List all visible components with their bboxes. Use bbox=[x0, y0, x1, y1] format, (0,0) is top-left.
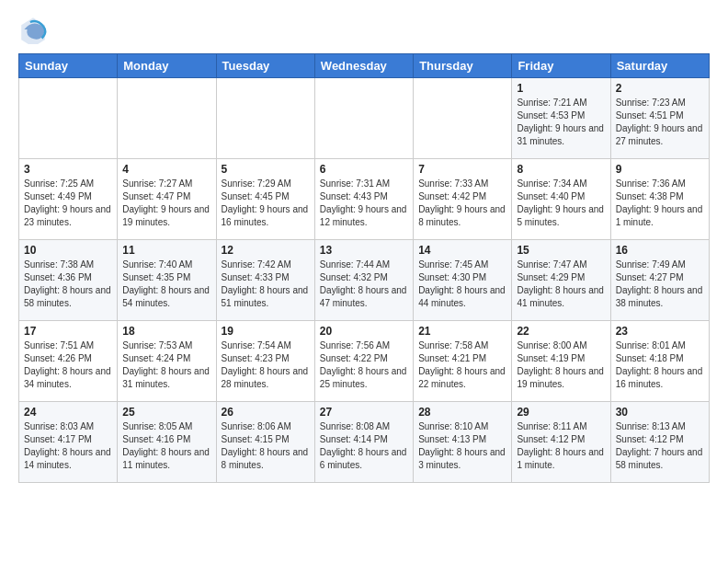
calendar-cell: 10Sunrise: 7:38 AM Sunset: 4:36 PM Dayli… bbox=[19, 240, 118, 321]
cell-info: Sunrise: 7:45 AM Sunset: 4:30 PM Dayligh… bbox=[418, 259, 506, 310]
day-number: 25 bbox=[122, 406, 210, 419]
calendar-cell: 18Sunrise: 7:53 AM Sunset: 4:24 PM Dayli… bbox=[118, 321, 216, 402]
calendar-cell: 7Sunrise: 7:33 AM Sunset: 4:42 PM Daylig… bbox=[414, 159, 512, 240]
calendar-cell: 13Sunrise: 7:44 AM Sunset: 4:32 PM Dayli… bbox=[314, 240, 413, 321]
calendar-cell: 25Sunrise: 8:05 AM Sunset: 4:16 PM Dayli… bbox=[118, 402, 216, 483]
calendar-cell bbox=[118, 78, 216, 159]
calendar-cell: 27Sunrise: 8:08 AM Sunset: 4:14 PM Dayli… bbox=[314, 402, 413, 483]
day-number: 10 bbox=[24, 244, 112, 257]
calendar-cell: 5Sunrise: 7:29 AM Sunset: 4:45 PM Daylig… bbox=[216, 159, 314, 240]
calendar-week-row: 24Sunrise: 8:03 AM Sunset: 4:17 PM Dayli… bbox=[19, 402, 710, 483]
day-number: 27 bbox=[320, 406, 408, 419]
weekday-header: Thursday bbox=[414, 54, 512, 78]
calendar-cell bbox=[216, 78, 314, 159]
cell-info: Sunrise: 7:44 AM Sunset: 4:32 PM Dayligh… bbox=[320, 259, 408, 310]
cell-info: Sunrise: 7:42 AM Sunset: 4:33 PM Dayligh… bbox=[222, 259, 310, 310]
day-number: 11 bbox=[122, 244, 210, 257]
calendar-cell: 9Sunrise: 7:36 AM Sunset: 4:38 PM Daylig… bbox=[610, 159, 709, 240]
cell-info: Sunrise: 7:56 AM Sunset: 4:22 PM Dayligh… bbox=[320, 339, 408, 391]
calendar-cell: 23Sunrise: 8:01 AM Sunset: 4:18 PM Dayli… bbox=[610, 321, 709, 402]
weekday-header: Monday bbox=[118, 54, 216, 78]
calendar-cell: 8Sunrise: 7:34 AM Sunset: 4:40 PM Daylig… bbox=[512, 159, 610, 240]
day-number: 18 bbox=[122, 325, 210, 338]
calendar-cell: 30Sunrise: 8:13 AM Sunset: 4:12 PM Dayli… bbox=[610, 402, 709, 483]
cell-info: Sunrise: 7:47 AM Sunset: 4:29 PM Dayligh… bbox=[517, 259, 605, 310]
weekday-header: Sunday bbox=[19, 54, 118, 78]
cell-info: Sunrise: 7:34 AM Sunset: 4:40 PM Dayligh… bbox=[517, 178, 605, 229]
calendar-cell: 3Sunrise: 7:25 AM Sunset: 4:49 PM Daylig… bbox=[19, 159, 118, 240]
day-number: 24 bbox=[24, 406, 112, 419]
calendar-cell bbox=[314, 78, 413, 159]
cell-info: Sunrise: 7:53 AM Sunset: 4:24 PM Dayligh… bbox=[122, 339, 210, 391]
calendar-cell: 14Sunrise: 7:45 AM Sunset: 4:30 PM Dayli… bbox=[414, 240, 512, 321]
calendar-cell bbox=[19, 78, 118, 159]
weekday-header: Tuesday bbox=[216, 54, 314, 78]
calendar-cell: 24Sunrise: 8:03 AM Sunset: 4:17 PM Dayli… bbox=[19, 402, 118, 483]
day-number: 30 bbox=[616, 406, 704, 419]
calendar-cell: 22Sunrise: 8:00 AM Sunset: 4:19 PM Dayli… bbox=[512, 321, 610, 402]
weekday-header: Friday bbox=[512, 54, 610, 78]
calendar-cell: 2Sunrise: 7:23 AM Sunset: 4:51 PM Daylig… bbox=[610, 78, 709, 159]
calendar-cell bbox=[414, 78, 512, 159]
day-number: 6 bbox=[320, 163, 408, 176]
day-number: 26 bbox=[222, 406, 310, 419]
calendar-cell: 28Sunrise: 8:10 AM Sunset: 4:13 PM Dayli… bbox=[414, 402, 512, 483]
weekday-header-row: SundayMondayTuesdayWednesdayThursdayFrid… bbox=[19, 54, 710, 78]
day-number: 22 bbox=[517, 325, 605, 338]
cell-info: Sunrise: 7:29 AM Sunset: 4:45 PM Dayligh… bbox=[222, 178, 310, 229]
logo-icon bbox=[18, 15, 48, 44]
calendar-cell: 29Sunrise: 8:11 AM Sunset: 4:12 PM Dayli… bbox=[512, 402, 610, 483]
page: SundayMondayTuesdayWednesdayThursdayFrid… bbox=[0, 0, 728, 492]
day-number: 5 bbox=[222, 163, 310, 176]
day-number: 13 bbox=[320, 244, 408, 257]
calendar-week-row: 10Sunrise: 7:38 AM Sunset: 4:36 PM Dayli… bbox=[19, 240, 710, 321]
day-number: 21 bbox=[418, 325, 506, 338]
weekday-header: Saturday bbox=[610, 54, 709, 78]
day-number: 16 bbox=[616, 244, 704, 257]
day-number: 4 bbox=[122, 163, 210, 176]
logo bbox=[18, 15, 51, 44]
cell-info: Sunrise: 7:21 AM Sunset: 4:53 PM Dayligh… bbox=[517, 97, 605, 148]
day-number: 3 bbox=[24, 163, 112, 176]
day-number: 19 bbox=[222, 325, 310, 338]
calendar-cell: 11Sunrise: 7:40 AM Sunset: 4:35 PM Dayli… bbox=[118, 240, 216, 321]
cell-info: Sunrise: 8:13 AM Sunset: 4:12 PM Dayligh… bbox=[616, 420, 704, 472]
cell-info: Sunrise: 7:54 AM Sunset: 4:23 PM Dayligh… bbox=[222, 339, 310, 391]
cell-info: Sunrise: 7:36 AM Sunset: 4:38 PM Dayligh… bbox=[616, 178, 704, 229]
calendar-cell: 15Sunrise: 7:47 AM Sunset: 4:29 PM Dayli… bbox=[512, 240, 610, 321]
cell-info: Sunrise: 8:08 AM Sunset: 4:14 PM Dayligh… bbox=[320, 420, 408, 472]
day-number: 15 bbox=[517, 244, 605, 257]
calendar-cell: 20Sunrise: 7:56 AM Sunset: 4:22 PM Dayli… bbox=[314, 321, 413, 402]
day-number: 14 bbox=[418, 244, 506, 257]
day-number: 28 bbox=[418, 406, 506, 419]
cell-info: Sunrise: 7:49 AM Sunset: 4:27 PM Dayligh… bbox=[616, 259, 704, 310]
cell-info: Sunrise: 8:01 AM Sunset: 4:18 PM Dayligh… bbox=[616, 339, 704, 391]
cell-info: Sunrise: 7:58 AM Sunset: 4:21 PM Dayligh… bbox=[418, 339, 506, 391]
calendar-cell: 19Sunrise: 7:54 AM Sunset: 4:23 PM Dayli… bbox=[216, 321, 314, 402]
calendar-week-row: 1Sunrise: 7:21 AM Sunset: 4:53 PM Daylig… bbox=[19, 78, 710, 159]
day-number: 7 bbox=[418, 163, 506, 176]
cell-info: Sunrise: 7:31 AM Sunset: 4:43 PM Dayligh… bbox=[320, 178, 408, 229]
day-number: 2 bbox=[616, 82, 704, 95]
cell-info: Sunrise: 8:05 AM Sunset: 4:16 PM Dayligh… bbox=[122, 420, 210, 472]
weekday-header: Wednesday bbox=[314, 54, 413, 78]
cell-info: Sunrise: 7:40 AM Sunset: 4:35 PM Dayligh… bbox=[122, 259, 210, 310]
calendar-cell: 6Sunrise: 7:31 AM Sunset: 4:43 PM Daylig… bbox=[314, 159, 413, 240]
cell-info: Sunrise: 7:23 AM Sunset: 4:51 PM Dayligh… bbox=[616, 97, 704, 148]
cell-info: Sunrise: 8:11 AM Sunset: 4:12 PM Dayligh… bbox=[517, 420, 605, 472]
day-number: 12 bbox=[222, 244, 310, 257]
day-number: 8 bbox=[517, 163, 605, 176]
day-number: 9 bbox=[616, 163, 704, 176]
header bbox=[18, 15, 710, 44]
calendar-cell: 12Sunrise: 7:42 AM Sunset: 4:33 PM Dayli… bbox=[216, 240, 314, 321]
day-number: 23 bbox=[616, 325, 704, 338]
calendar-week-row: 17Sunrise: 7:51 AM Sunset: 4:26 PM Dayli… bbox=[19, 321, 710, 402]
calendar-week-row: 3Sunrise: 7:25 AM Sunset: 4:49 PM Daylig… bbox=[19, 159, 710, 240]
cell-info: Sunrise: 8:03 AM Sunset: 4:17 PM Dayligh… bbox=[24, 420, 112, 472]
calendar-cell: 16Sunrise: 7:49 AM Sunset: 4:27 PM Dayli… bbox=[610, 240, 709, 321]
cell-info: Sunrise: 7:25 AM Sunset: 4:49 PM Dayligh… bbox=[24, 178, 112, 229]
cell-info: Sunrise: 7:27 AM Sunset: 4:47 PM Dayligh… bbox=[122, 178, 210, 229]
cell-info: Sunrise: 7:38 AM Sunset: 4:36 PM Dayligh… bbox=[24, 259, 112, 310]
calendar-table: SundayMondayTuesdayWednesdayThursdayFrid… bbox=[18, 53, 710, 483]
cell-info: Sunrise: 8:10 AM Sunset: 4:13 PM Dayligh… bbox=[418, 420, 506, 472]
